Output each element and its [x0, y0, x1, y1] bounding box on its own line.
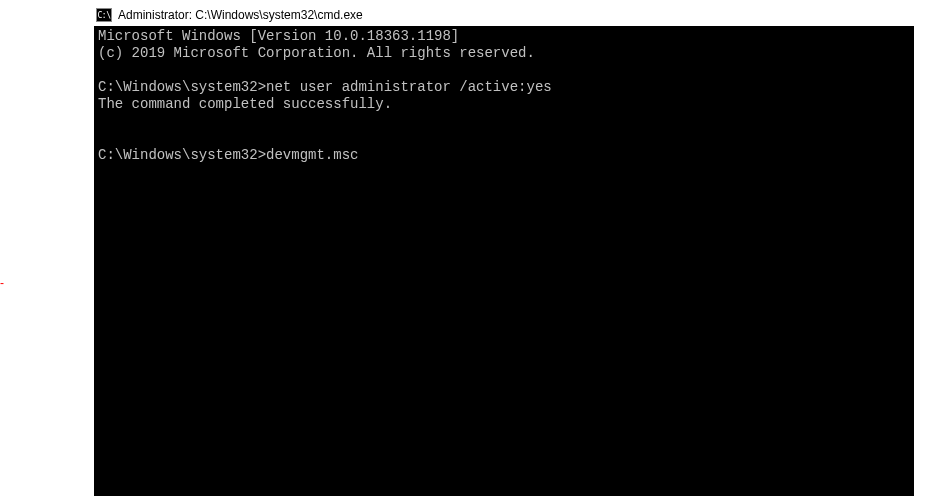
- titlebar[interactable]: C:\ Administrator: C:\Windows\system32\c…: [94, 4, 914, 26]
- terminal-line: Microsoft Windows [Version 10.0.18363.11…: [98, 28, 459, 44]
- terminal-line: The command completed successfully.: [98, 96, 392, 112]
- window-title: Administrator: C:\Windows\system32\cmd.e…: [118, 8, 363, 22]
- command-text: devmgmt.msc: [266, 147, 358, 163]
- cmd-window: C:\ Administrator: C:\Windows\system32\c…: [94, 4, 914, 496]
- terminal-line: (c) 2019 Microsoft Corporation. All righ…: [98, 45, 535, 61]
- cmd-icon: C:\: [96, 8, 112, 22]
- command-text: net user administrator /active:yes: [266, 79, 552, 95]
- prompt: C:\Windows\system32>: [98, 147, 266, 163]
- terminal-body[interactable]: Microsoft Windows [Version 10.0.18363.11…: [94, 26, 914, 496]
- prompt: C:\Windows\system32>: [98, 79, 266, 95]
- stray-mark: -: [0, 282, 4, 284]
